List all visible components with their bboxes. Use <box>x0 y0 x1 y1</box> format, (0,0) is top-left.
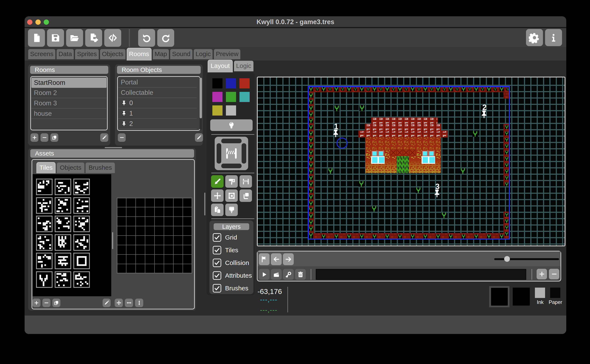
svg-text:3: 3 <box>435 182 440 191</box>
svg-text:2: 2 <box>482 103 487 112</box>
svg-text:1: 1 <box>334 122 338 131</box>
